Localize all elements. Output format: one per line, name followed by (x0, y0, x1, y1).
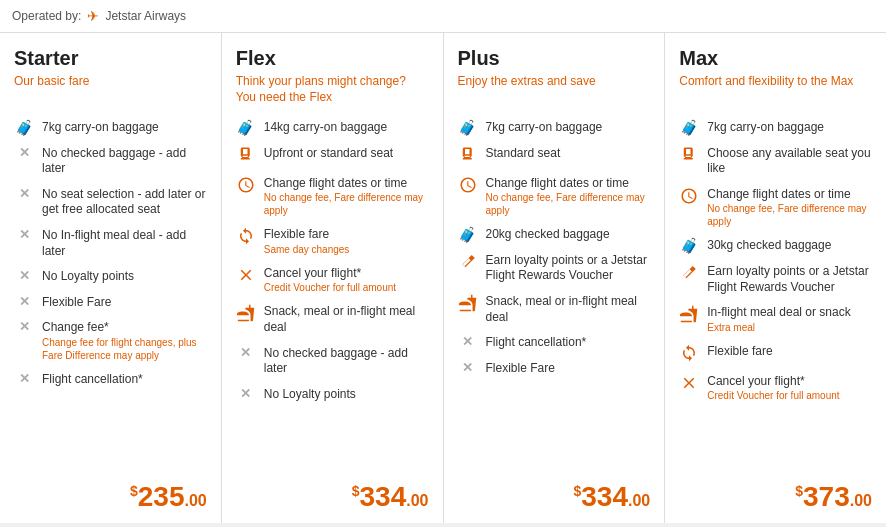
feature-text: No checked baggage - add later (264, 346, 429, 377)
clock-icon (679, 187, 699, 207)
meal-icon (679, 305, 699, 325)
meal-icon (236, 304, 256, 324)
feature-text: 7kg carry-on baggage (42, 120, 207, 136)
card-title: Flex (236, 47, 429, 70)
feature-item: ✕ No checked baggage - add later (236, 346, 429, 377)
feature-item: Choose any available seat you like (679, 146, 872, 177)
feature-item: 🧳 30kg checked baggage (679, 238, 872, 254)
price-section: $334.00 (352, 481, 429, 513)
meal-icon (458, 294, 478, 314)
feature-item: ✕ Change fee* Change fee for flight chan… (14, 320, 207, 362)
price-section: $235.00 (130, 481, 207, 513)
feature-text: Change flight dates or time No change fe… (486, 176, 651, 218)
feature-text: No In-flight meal deal - add later (42, 228, 207, 259)
cross-icon: ✕ (14, 187, 34, 200)
feature-item: 🧳 7kg carry-on baggage (458, 120, 651, 136)
feature-item: ✕ Flight cancellation* (14, 372, 207, 388)
feature-text: 20kg checked baggage (486, 227, 651, 243)
feature-text: Upfront or standard seat (264, 146, 429, 162)
feature-text: No Loyalty points (42, 269, 207, 285)
bag-icon: 🧳 (236, 120, 256, 135)
feature-item: Earn loyalty points or a Jetstar Flight … (458, 253, 651, 284)
loyalty-icon (458, 253, 478, 273)
price: $334.00 (573, 481, 650, 512)
feature-item: Upfront or standard seat (236, 146, 429, 166)
bag-icon: 🧳 (458, 120, 478, 135)
feature-text: No checked baggage - add later (42, 146, 207, 177)
feature-text: Flexible fare Same day changes (264, 227, 429, 256)
cancel-icon (236, 266, 256, 286)
feature-text: Choose any available seat you like (707, 146, 872, 177)
feature-list: 🧳 14kg carry-on baggage Upfront or stand… (236, 120, 429, 402)
feature-text: Flight cancellation* (486, 335, 651, 351)
feature-text: Change fee* Change fee for flight change… (42, 320, 207, 362)
card-flex: Flex Think your plans might change? You … (222, 33, 444, 523)
feature-text: Change flight dates or time No change fe… (707, 187, 872, 229)
feature-item: ✕ No Loyalty points (14, 269, 207, 285)
card-subtitle: Comfort and flexibility to the Max (679, 74, 872, 106)
flex-icon (679, 344, 699, 364)
feature-text: 7kg carry-on baggage (486, 120, 651, 136)
feature-text: Standard seat (486, 146, 651, 162)
top-bar: Operated by: ✈ Jetstar Airways (0, 0, 886, 33)
feature-text: No Loyalty points (264, 387, 429, 403)
cross-icon: ✕ (236, 346, 256, 359)
feature-item: Earn loyalty points or a Jetstar Flight … (679, 264, 872, 295)
airline-icon: ✈ (87, 8, 99, 24)
cross-icon: ✕ (14, 269, 34, 282)
card-title: Max (679, 47, 872, 70)
feature-list: 🧳 7kg carry-on baggage ✕ No checked bagg… (14, 120, 207, 388)
feature-item: ✕ Flexible Fare (458, 361, 651, 377)
feature-text: Earn loyalty points or a Jetstar Flight … (486, 253, 651, 284)
card-subtitle: Think your plans might change? You need … (236, 74, 429, 106)
cards-container: Starter Our basic fare 🧳 7kg carry-on ba… (0, 33, 886, 523)
card-subtitle: Our basic fare (14, 74, 207, 106)
feature-item: ✕ No Loyalty points (236, 387, 429, 403)
card-subtitle: Enjoy the extras and save (458, 74, 651, 106)
feature-text: No seat selection - add later or get fre… (42, 187, 207, 218)
clock-icon (458, 176, 478, 196)
feature-list: 🧳 7kg carry-on baggage Choose any availa… (679, 120, 872, 402)
checked-icon: 🧳 (679, 238, 699, 253)
feature-item: Cancel your flight* Credit Voucher for f… (236, 266, 429, 295)
feature-text: Flexible Fare (42, 295, 207, 311)
seat-icon (236, 146, 256, 166)
bag-icon: 🧳 (14, 120, 34, 135)
price: $235.00 (130, 481, 207, 512)
feature-item: Flexible fare (679, 344, 872, 364)
feature-text: Earn loyalty points or a Jetstar Flight … (707, 264, 872, 295)
feature-sub-text: Same day changes (264, 243, 429, 256)
price: $373.00 (795, 481, 872, 512)
airline-name: Jetstar Airways (105, 9, 186, 23)
feature-item: 🧳 20kg checked baggage (458, 227, 651, 243)
card-plus: Plus Enjoy the extras and save 🧳 7kg car… (444, 33, 666, 523)
feature-sub-text: No change fee, Fare difference may apply (707, 202, 872, 228)
card-starter: Starter Our basic fare 🧳 7kg carry-on ba… (0, 33, 222, 523)
feature-sub-text: Credit Voucher for full amount (264, 281, 429, 294)
feature-item: Flexible fare Same day changes (236, 227, 429, 256)
seat-icon (679, 146, 699, 166)
cross-icon: ✕ (236, 387, 256, 400)
cross-icon: ✕ (458, 335, 478, 348)
feature-item: Change flight dates or time No change fe… (236, 176, 429, 218)
feature-item: 🧳 7kg carry-on baggage (679, 120, 872, 136)
flex-icon (236, 227, 256, 247)
clock-icon (236, 176, 256, 196)
feature-item: 🧳 7kg carry-on baggage (14, 120, 207, 136)
cross-icon: ✕ (14, 295, 34, 308)
feature-item: Standard seat (458, 146, 651, 166)
feature-text: 7kg carry-on baggage (707, 120, 872, 136)
feature-sub-text: No change fee, Fare difference may apply (264, 191, 429, 217)
feature-text: Flexible Fare (486, 361, 651, 377)
checked-icon: 🧳 (458, 227, 478, 242)
cross-icon: ✕ (14, 228, 34, 241)
cancel-icon (679, 374, 699, 394)
feature-text: Snack, meal or in-flight meal deal (264, 304, 429, 335)
feature-item: ✕ No checked baggage - add later (14, 146, 207, 177)
feature-text: Cancel your flight* Credit Voucher for f… (707, 374, 872, 403)
feature-item: In-flight meal deal or snack Extra meal (679, 305, 872, 334)
feature-item: 🧳 14kg carry-on baggage (236, 120, 429, 136)
price-section: $373.00 (795, 481, 872, 513)
feature-item: Cancel your flight* Credit Voucher for f… (679, 374, 872, 403)
cross-icon: ✕ (14, 320, 34, 333)
